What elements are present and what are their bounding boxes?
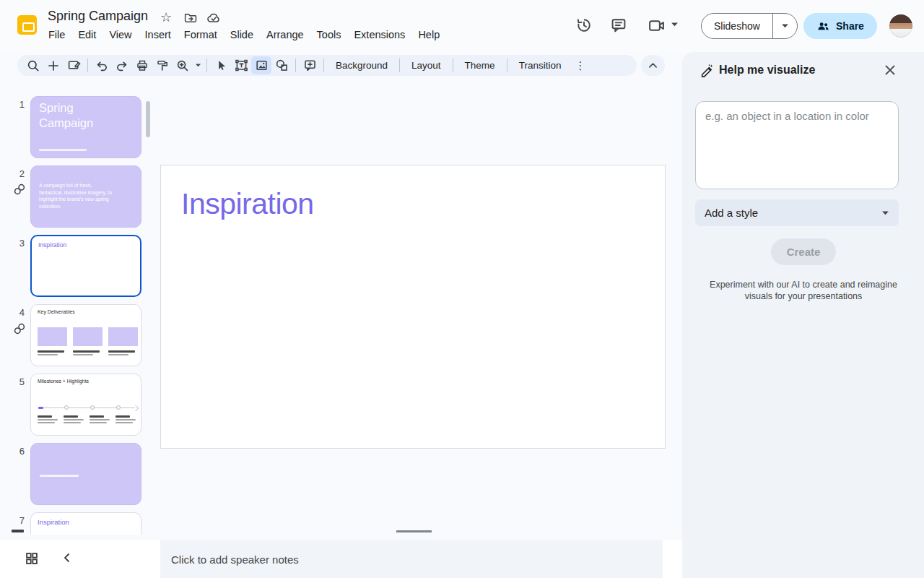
thumb-timeline-dot bbox=[64, 405, 69, 410]
toolbar-separator bbox=[507, 59, 507, 72]
slide-number: 6 bbox=[0, 446, 25, 457]
toolbar-separator bbox=[399, 59, 400, 72]
slide-thumbnail-4[interactable]: Key Deliverables bbox=[30, 304, 141, 366]
thumb-text-bar bbox=[90, 422, 107, 423]
zoom-caret-icon[interactable] bbox=[193, 56, 203, 74]
chevron-down-icon bbox=[881, 210, 889, 216]
thumb-fineprint-bar bbox=[39, 149, 87, 151]
search-menus-icon[interactable] bbox=[23, 56, 43, 74]
layout-button[interactable]: Layout bbox=[404, 57, 449, 74]
slide-number: 1 bbox=[0, 99, 25, 110]
thumb-timeline-dot bbox=[116, 405, 121, 410]
menubar: File Edit View Insert Format Slide Arran… bbox=[42, 27, 446, 43]
transition-button[interactable]: Transition bbox=[511, 57, 570, 74]
meet-camera-icon[interactable] bbox=[648, 17, 666, 35]
toolbar-overflow-icon[interactable]: ⋮ bbox=[569, 58, 591, 74]
thumb-title: Inspiration bbox=[38, 518, 69, 526]
add-style-label: Add a style bbox=[705, 207, 758, 219]
slide-thumbnail-1[interactable]: Spring Campaign bbox=[30, 96, 141, 158]
thumb-title: Inspiration bbox=[38, 241, 66, 249]
thumb-text-bar bbox=[38, 422, 55, 423]
panel-title: Help me visualize bbox=[719, 64, 815, 77]
thumb-text-bar bbox=[73, 350, 100, 353]
select-tool-icon[interactable] bbox=[211, 56, 231, 74]
menu-extensions[interactable]: Extensions bbox=[347, 27, 411, 43]
slide-number: 2 bbox=[0, 168, 25, 179]
slide-thumbnail-2[interactable]: A campaign full of fresh, fantastical, i… bbox=[30, 165, 141, 228]
menu-view[interactable]: View bbox=[103, 27, 138, 43]
comments-icon[interactable] bbox=[610, 17, 627, 34]
speaker-notes-input[interactable]: Click to add speaker notes bbox=[160, 540, 663, 578]
new-slide-icon[interactable] bbox=[43, 56, 64, 74]
slide-thumbnail-3-selected[interactable]: Inspiration bbox=[30, 235, 141, 297]
insert-shape-icon[interactable] bbox=[271, 56, 292, 74]
print-icon[interactable] bbox=[132, 56, 152, 74]
thumb-image-block bbox=[73, 327, 103, 346]
toolbar-separator bbox=[323, 59, 324, 72]
slide-thumbnail-6[interactable] bbox=[30, 443, 141, 505]
slide-title-text[interactable]: Inspiration bbox=[181, 187, 314, 221]
toolbar: Background Layout Theme Transition ⋮ bbox=[17, 55, 637, 76]
filmstrip-scrollbar[interactable] bbox=[146, 101, 150, 137]
grid-view-icon[interactable] bbox=[25, 551, 39, 566]
slide-number: 5 bbox=[0, 376, 25, 387]
hide-menus-button[interactable] bbox=[641, 55, 665, 76]
create-button[interactable]: Create bbox=[771, 238, 836, 265]
thumb-image-block bbox=[38, 327, 67, 346]
share-button[interactable]: Share bbox=[803, 13, 877, 39]
slide-edit-icon[interactable] bbox=[64, 56, 84, 74]
thumb-text-bar bbox=[116, 419, 136, 420]
menu-insert[interactable]: Insert bbox=[139, 27, 178, 43]
undo-icon[interactable] bbox=[92, 56, 112, 74]
cloud-status-icon[interactable] bbox=[206, 11, 221, 25]
notes-resize-handle[interactable] bbox=[396, 530, 432, 532]
text-box-icon[interactable] bbox=[231, 56, 251, 74]
thumb-body-text: A campaign full of fresh, fantastical, i… bbox=[39, 182, 114, 210]
redo-icon[interactable] bbox=[112, 56, 132, 74]
thumb-text-bar bbox=[38, 419, 58, 420]
document-title[interactable]: Spring Campaign bbox=[48, 9, 148, 24]
thumb-text-bar bbox=[64, 422, 81, 423]
move-folder-icon[interactable] bbox=[183, 11, 197, 25]
magic-pencil-icon bbox=[699, 63, 715, 78]
slideshow-button[interactable]: Slideshow bbox=[702, 14, 773, 38]
linked-slide-icon bbox=[13, 183, 26, 196]
menu-arrange[interactable]: Arrange bbox=[260, 27, 310, 43]
thumb-text-bar bbox=[90, 415, 104, 418]
toolbar-separator bbox=[295, 59, 296, 72]
insert-image-icon[interactable] bbox=[251, 56, 271, 74]
slideshow-options-caret[interactable] bbox=[773, 14, 797, 38]
toolbar-separator bbox=[453, 59, 453, 72]
theme-button[interactable]: Theme bbox=[457, 57, 503, 74]
add-comment-icon[interactable] bbox=[300, 56, 320, 74]
thumb-title: Milestones + Highlights bbox=[38, 379, 89, 384]
menu-format[interactable]: Format bbox=[178, 27, 224, 43]
collapse-filmstrip-icon[interactable] bbox=[61, 551, 74, 564]
paint-format-icon[interactable] bbox=[152, 56, 173, 74]
slideshow-split-button: Slideshow bbox=[701, 13, 798, 39]
close-panel-icon[interactable] bbox=[883, 63, 897, 77]
thumb-timeline-dot bbox=[90, 405, 95, 410]
slide-thumbnail-7[interactable]: Inspiration bbox=[30, 512, 141, 535]
background-button[interactable]: Background bbox=[328, 57, 396, 74]
version-history-icon[interactable] bbox=[575, 17, 593, 34]
slide-canvas[interactable]: Inspiration bbox=[160, 165, 666, 449]
thumb-title: Spring Campaign bbox=[39, 100, 120, 131]
thumb-text-bar bbox=[38, 350, 64, 353]
slides-app-icon[interactable] bbox=[17, 15, 37, 35]
menu-tools[interactable]: Tools bbox=[310, 27, 348, 43]
thumb-timeline-arrow bbox=[133, 405, 139, 410]
account-avatar[interactable] bbox=[889, 14, 912, 38]
slide-thumbnail-5[interactable]: Milestones + Highlights bbox=[30, 374, 141, 436]
camera-dropdown-caret-icon[interactable] bbox=[671, 22, 679, 27]
zoom-icon[interactable] bbox=[173, 56, 193, 74]
menu-file[interactable]: File bbox=[42, 27, 71, 43]
menu-slide[interactable]: Slide bbox=[224, 27, 260, 43]
thumb-image-block bbox=[108, 327, 138, 346]
add-style-dropdown[interactable]: Add a style bbox=[695, 199, 899, 226]
star-icon[interactable]: ☆ bbox=[160, 11, 172, 24]
visualize-prompt-input[interactable] bbox=[695, 101, 899, 189]
thumb-text-bar bbox=[40, 475, 79, 477]
menu-edit[interactable]: Edit bbox=[71, 27, 103, 43]
menu-help[interactable]: Help bbox=[411, 27, 446, 43]
